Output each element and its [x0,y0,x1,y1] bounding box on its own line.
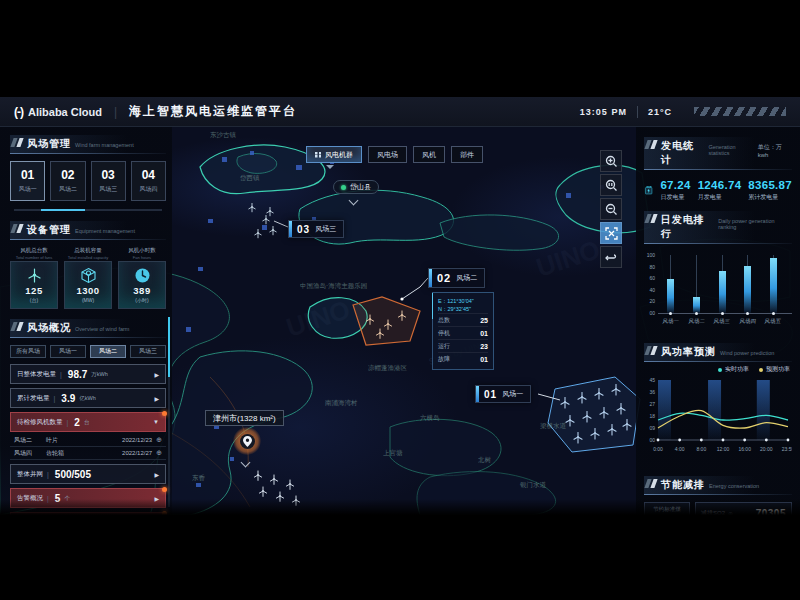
section-wind-power-prediction: 风功率预测Wind power prediction [644,343,792,362]
farm-tab-group: 01风场一 02风场二 03风场三 04风场四 [10,161,166,201]
clock-readout: 13:05 PM [580,107,627,117]
logo-text: Alibaba Cloud [28,106,102,118]
section-energy-saving: 节能减排Energy conservation [644,476,792,495]
svg-text:18: 18 [649,413,655,419]
zoom-reset-button[interactable] [600,174,622,196]
legend-realtime-power: 实时功率 [718,365,749,374]
tab-all-farms[interactable]: 所有风场 [10,345,46,358]
place-label: 上官塘 [383,449,403,457]
place-label: 东沙古镇 [210,131,237,139]
zoom-out-button[interactable] [600,198,622,220]
settings-icon[interactable]: ⊕ [156,436,162,444]
active-filter-pointer [326,165,334,169]
left-sidebar: 风场管理Wind farm management 01风场一 02风场二 03风… [0,127,172,515]
bar-category-label: 风场五 [760,318,787,325]
settings-icon[interactable]: ⊕ [156,449,162,457]
info-row-running: 运行23 [438,339,488,352]
clock-icon [134,267,151,284]
info-row-fault: 故障01 [438,352,488,365]
place-label: 岱西镇 [240,174,260,181]
farm-tabs-slider[interactable] [14,209,162,211]
info-row-total: 总数25 [438,313,488,326]
grid-icon [315,152,321,158]
bar [770,258,777,313]
marker-farm-01[interactable]: 01风场一 [475,385,531,403]
filter-wind-farm-button[interactable]: 风电场 [368,146,407,163]
county-label[interactable]: 岱山县 [333,180,379,194]
bar [667,279,674,313]
page-title: 海上智慧风电运维监管平台 [129,103,297,120]
row-turbines-to-repair[interactable]: 待检修风机数量| 2台 ▼ [10,412,166,432]
battery-icon [644,177,653,203]
stat-installed-capacity: 1300 (MW) [64,261,112,309]
tab-overview-farm-2[interactable]: 风场二 [90,345,126,358]
fullscreen-button[interactable] [600,222,622,244]
place-label: 中国渔岛·海湾主题乐园 [300,282,367,290]
wind-cluster-boundary-orange[interactable] [353,297,420,345]
stat-total-generation: 8365.87 累计发电量 [748,179,792,202]
bottom-fade [0,499,800,515]
section-farm-overview: 风场概况Overview of wind farm [10,319,166,338]
capacity-box-icon [80,267,97,284]
city-area-label: 津州市(1328 km²) [205,410,284,426]
svg-text:4:00: 4:00 [675,446,685,452]
bar-category-label: 风场二 [683,318,710,325]
tab-farm-04[interactable]: 04风场四 [131,161,166,201]
arrow-right-icon: ▶ [154,371,159,378]
location-pin-icon[interactable] [233,427,261,455]
wind-cluster-boundary-blue[interactable] [548,377,640,452]
wind-power-chart: 0009182736450:004:008:0012:0016:0020:002… [644,376,792,468]
row-cumulative-generation[interactable]: 累计发电量| 3.9亿kWh ▶ [10,388,166,408]
dashboard: (-) Alibaba Cloud | 海上智慧风电运维监管平台 13:05 P… [0,97,800,515]
bar-category-label: 风场四 [734,318,761,325]
maintenance-list: 风场二 叶片 2022/12/23 ⊕ 风场四 齿轮箱 2022/12/27 ⊕ [10,434,166,460]
bar [693,297,700,313]
filter-wind-cluster-button[interactable]: 风电机群 [306,146,362,163]
alibaba-logo-icon: (-) [14,105,23,119]
alert-dot-icon [162,487,167,492]
tab-overview-farm-3[interactable]: 风场三 [130,345,166,358]
zoom-in-button[interactable] [600,150,622,172]
svg-text:20:00: 20:00 [760,446,773,452]
overview-tab-group: 所有风场 风场一 风场二 风场三 [10,345,166,358]
tab-overview-farm-1[interactable]: 风场一 [50,345,86,358]
coordinate-east: E：121°30'04" [438,297,488,305]
marker-farm-03[interactable]: 03风场三 [288,220,344,238]
place-label: 东香 [192,474,206,482]
bar-category-label: 风场三 [709,318,736,325]
row-daily-generation[interactable]: 日整体发电量| 98.7万kWh ▶ [10,364,166,384]
row-grid-connection[interactable]: 整体并网| 500/505 ▶ [10,464,166,484]
svg-text:8:00: 8:00 [696,446,706,452]
bar [719,271,726,313]
tab-farm-02[interactable]: 02风场二 [50,161,85,201]
info-row-stopped: 停机01 [438,326,488,339]
right-sidebar: 发电统计Generation statistics 单位：万kwh 67.24 … [636,127,800,515]
svg-text:0:00: 0:00 [653,446,663,452]
panel-scrollbar[interactable] [168,317,170,507]
maintenance-item[interactable]: 风场二 叶片 2022/12/23 ⊕ [10,434,166,447]
screen: (-) Alibaba Cloud | 海上智慧风电运维监管平台 13:05 P… [0,0,800,600]
place-label: 凉帽蓬渔港区 [368,364,408,372]
svg-text:09: 09 [649,425,655,431]
maintenance-item[interactable]: 风场四 齿轮箱 2022/12/27 ⊕ [10,447,166,460]
stat-monthly-generation: 1246.74 月发电量 [698,179,742,202]
chevron-expand-icon: ▼ [153,419,159,425]
header-divider: | [114,105,117,119]
marker-farm-02[interactable]: 02风场二 [428,268,485,288]
bar [744,266,751,313]
undo-button[interactable] [600,246,622,268]
svg-text:23:59: 23:59 [782,446,792,452]
filter-component-button[interactable]: 部件 [451,146,483,163]
alert-dot-icon [162,411,167,416]
tab-farm-01[interactable]: 01风场一 [10,161,45,201]
tab-farm-03[interactable]: 03风场三 [91,161,126,201]
legend-predicted-power: 预测功率 [759,365,790,374]
place-label: 六横岛 [420,414,440,421]
map-controls [600,150,622,268]
wind-power-legend: 实时功率 预测功率 [644,365,790,374]
svg-text:45: 45 [649,377,655,383]
filter-turbine-button[interactable]: 风机 [413,146,445,163]
top-header: (-) Alibaba Cloud | 海上智慧风电运维监管平台 13:05 P… [0,97,800,127]
place-label: 南浦海湾村 [325,399,358,407]
section-generation-stats: 发电统计Generation statistics 单位：万kwh [644,137,792,170]
